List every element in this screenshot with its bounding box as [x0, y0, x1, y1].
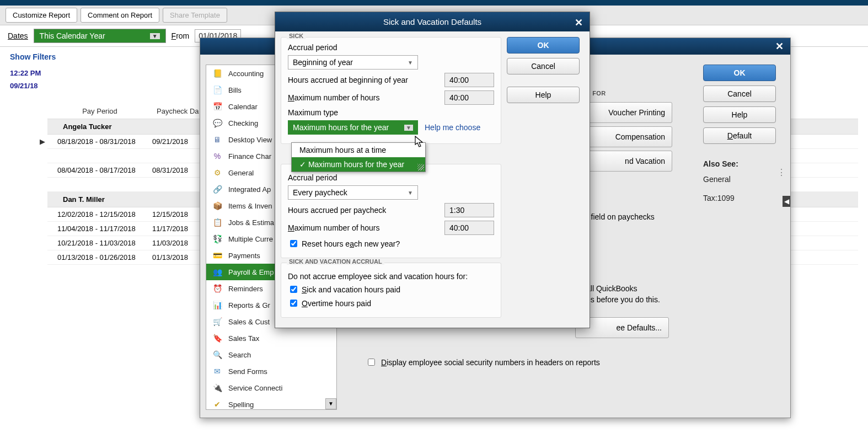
- sva-desc: Do not accrue employee sick and vacation…: [288, 272, 468, 281]
- display-ssn-checkbox[interactable]: [368, 359, 375, 366]
- sidebar-icon: 🛒: [212, 316, 223, 327]
- sidebar-item-label: Jobs & Estima: [228, 218, 274, 227]
- dates-label: Dates: [8, 31, 28, 40]
- customize-report-button[interactable]: Customize Report: [6, 8, 77, 23]
- sidebar-icon: %: [212, 151, 223, 162]
- sidebar-icon: 🖥: [212, 134, 223, 145]
- close-icon[interactable]: ✕: [775, 40, 784, 52]
- sick-vacation-button[interactable]: nd Vacation: [578, 151, 672, 172]
- row-caret-icon: ▶: [40, 137, 45, 146]
- sidebar-item[interactable]: 🔖Sales Tax: [206, 330, 336, 346]
- sidebar-item-label: Payroll & Emp: [228, 268, 274, 276]
- cancel-button[interactable]: Cancel: [507, 58, 580, 74]
- sidebar-item[interactable]: 🔌Service Connecti: [206, 380, 336, 396]
- resize-grip-icon: [417, 164, 424, 170]
- vac-accrual-period-select[interactable]: Every paycheck▼: [288, 185, 418, 200]
- help-button[interactable]: Help: [703, 106, 776, 123]
- sidebar-item[interactable]: ✉Send Forms: [206, 363, 336, 380]
- sidebar-icon: 📋: [212, 217, 223, 228]
- sidebar-item-label: Bills: [228, 86, 242, 94]
- sidebar-item-label: Multiple Curre: [228, 235, 273, 243]
- tax1099-link[interactable]: Tax:1099: [703, 194, 783, 202]
- dropdown-option-selected[interactable]: Maximum hours for the year: [292, 157, 425, 172]
- sick-max-hours-input[interactable]: [444, 90, 494, 105]
- help-button[interactable]: Help: [507, 87, 580, 103]
- vac-max-hours-input[interactable]: [444, 221, 494, 235]
- sidebar-item-label: Payments: [228, 252, 260, 260]
- sick-accrual-period-select[interactable]: Beginning of year▼: [288, 55, 418, 70]
- vac-max-hours-label: Maximum number of hours: [288, 223, 444, 232]
- ok-button[interactable]: OK: [507, 37, 580, 54]
- sidebar-icon: 💬: [212, 117, 223, 129]
- sidebar-icon: 🔗: [212, 184, 223, 195]
- sidebar-item-label: Search: [228, 351, 251, 359]
- sidebar-item-label: Spelling: [228, 400, 254, 409]
- hours-accrued-boy-input[interactable]: [444, 73, 494, 87]
- hours-accrued-boy-label: Hours accrued at beginning of year: [288, 76, 444, 84]
- sidebar-item-label: Items & Inven: [228, 202, 272, 210]
- sidebar-icon: 📊: [212, 300, 223, 311]
- sick-vac-paid-label: Sick and vacation hours paid: [302, 285, 400, 294]
- sick-vac-accrual-title: SICK AND VACATION ACCRUAL: [287, 258, 384, 265]
- sidebar-icon: 📒: [212, 68, 223, 79]
- general-link[interactable]: General: [703, 175, 783, 184]
- panel-collapse-caret[interactable]: ◀: [783, 196, 790, 207]
- sidebar-icon: ✔: [212, 399, 223, 410]
- close-icon[interactable]: ✕: [575, 17, 583, 29]
- reset-hours-checkbox[interactable]: [290, 240, 297, 247]
- scroll-down-icon[interactable]: ▼: [325, 398, 336, 409]
- sidebar-item[interactable]: 🔍Search: [206, 346, 336, 363]
- sidebar-item-label: Finance Char: [228, 152, 271, 161]
- sidebar-item-label: General: [228, 169, 254, 177]
- display-ssn-checkbox-row: DDisplay employee social security number…: [366, 357, 600, 367]
- col-payperiod: Pay Period: [47, 104, 152, 119]
- sidebar-item-label: Service Connecti: [228, 384, 282, 392]
- max-hours-label: Maximum number of hours: [288, 93, 444, 102]
- sidebar-item-label: Calendar: [228, 103, 258, 111]
- voucher-printing-button[interactable]: Voucher Printing: [578, 102, 672, 123]
- sidebar-item-label: Checking: [228, 119, 258, 127]
- accrual-period-label: Accrual period: [288, 43, 494, 52]
- reset-hours-label: Reset hours each new year?: [302, 239, 400, 248]
- max-type-dropdown: Maximum hours at a time Maximum hours fo…: [291, 142, 426, 172]
- help-me-choose-link[interactable]: Help me choose: [425, 123, 480, 132]
- overtime-paid-label: Overtime hours paid: [302, 299, 371, 308]
- warning-text: all QuickBookses before you do this.: [586, 284, 685, 305]
- sidebar-item-label: Sales & Cust: [228, 318, 270, 326]
- sidebar-icon: ✉: [212, 366, 223, 377]
- also-see-label: Also See:: [703, 159, 783, 168]
- sick-vac-paid-checkbox[interactable]: [290, 286, 297, 293]
- sidebar-item-label: Sales Tax: [228, 334, 259, 343]
- sick-vacation-defaults-modal: Sick and Vacation Defaults ✕ SICK Accrua…: [275, 12, 590, 328]
- compensation-button[interactable]: Compensation: [578, 126, 672, 147]
- max-type-select[interactable]: Maximum hours for the year▼: [288, 120, 418, 135]
- cancel-button[interactable]: Cancel: [703, 86, 776, 102]
- dropdown-option[interactable]: Maximum hours at a time: [292, 143, 425, 157]
- sidebar-icon: ⚙: [212, 167, 223, 178]
- sidebar-icon: 📅: [212, 101, 223, 112]
- ok-button[interactable]: OK: [703, 65, 776, 81]
- sidebar-icon: 📦: [212, 200, 223, 211]
- sidebar-icon: 💳: [212, 250, 223, 261]
- share-template-button: Share Template: [163, 8, 227, 23]
- sidebar-icon: 🔖: [212, 333, 223, 344]
- sidebar-item[interactable]: ✔Spelling: [206, 396, 336, 410]
- sidebar-icon: 💱: [212, 233, 223, 244]
- sidebar-icon: ⏰: [212, 283, 223, 294]
- overtime-paid-checkbox[interactable]: [290, 300, 297, 307]
- default-button[interactable]: Default: [703, 127, 776, 144]
- date-range-select[interactable]: This Calendar Year▼: [34, 29, 166, 43]
- field-paychecks-text: r field on paychecks: [586, 212, 685, 221]
- sidebar-item-label: Reports & Gr: [228, 301, 270, 309]
- hours-per-paycheck-input[interactable]: [444, 203, 494, 217]
- resize-dots-icon: ⋮: [777, 167, 786, 178]
- max-type-label: Maximum type: [288, 108, 494, 117]
- from-label: From: [172, 31, 190, 40]
- sidebar-item-label: Reminders: [228, 285, 263, 293]
- sidebar-icon: 👥: [212, 266, 223, 277]
- sidebar-item-label: Accounting: [228, 70, 264, 78]
- sidebar-icon: 📄: [212, 84, 223, 95]
- sidebar-item-label: Desktop View: [228, 136, 272, 144]
- comment-report-button[interactable]: Comment on Report: [81, 8, 159, 23]
- display-ssn-label: DDisplay employee social security number…: [381, 358, 600, 367]
